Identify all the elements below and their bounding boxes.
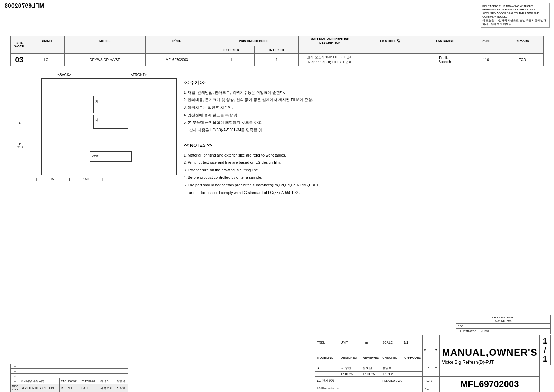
approved-label: APPROVED	[402, 350, 423, 365]
company-kr: LG 전자 (주)	[315, 377, 381, 385]
illustrator-row: ILLUSTRATOR 완료일:	[456, 329, 551, 334]
mirrored-doc-number: MFL69702003	[4, 3, 44, 9]
page-subheader	[471, 46, 501, 54]
designed-label: DESIGNED	[339, 350, 361, 365]
rev-sym-2: △	[11, 369, 19, 374]
notes-en-item-5b: and details should comply with LG standa…	[184, 190, 544, 196]
dim-150-left: 150	[50, 177, 55, 181]
language-header: LANGUAGE	[419, 36, 471, 46]
title-block: DR COMPLETED 도면 DR 완료 PDF ILLUSTRATOR 완료…	[315, 315, 551, 392]
revision-table: △ △ △ △ 판내내용 수정 사항 EAGH00097 2017/02/02	[10, 364, 128, 392]
related-dwg: RELATED DWG.	[381, 377, 423, 385]
dr-completed-label: DR COMPLETED 도면 DR 완료	[456, 315, 551, 324]
notes-en-item-5: 5. The part should not contain prohibite…	[184, 182, 544, 188]
doc-number-display: MFL69702003	[442, 379, 537, 390]
tile-col: TILE	[423, 348, 438, 352]
lg-model-subheader	[361, 46, 419, 54]
interior-header: INTERIER	[254, 46, 299, 54]
main-title: MANUAL,OWNER'S	[442, 347, 537, 358]
brand-subheader	[28, 46, 65, 54]
diagram-box: 가 나 P/NO. □	[41, 78, 177, 175]
releasing-text: RELEASING THIS DRAWING WITHOUT PERMISSIO…	[481, 3, 550, 28]
doc-number-cell: MFL69702003	[440, 377, 540, 392]
rev-footer-date: DATE	[80, 384, 99, 392]
rev-desc-4: 판내내용 수정 사항	[19, 378, 59, 384]
releasing-text-en: RELEASING THIS DRAWING WITHOUT PERMISSIO…	[482, 5, 539, 18]
model-date	[315, 372, 339, 377]
bottom-section: △ △ △ △ 판내내용 수정 사항 EAGH00097 2017/02/02	[0, 315, 554, 392]
rev-desc-2	[19, 369, 128, 374]
model-header: MODEL	[64, 36, 145, 46]
rect-ga: 가	[93, 96, 128, 113]
lg-model-header: LG MODEL 명	[361, 36, 419, 46]
remark-value: ECD	[501, 54, 543, 66]
sec-value: 03	[11, 54, 28, 66]
notes-en-list: 1. Material, printing and exterier size …	[184, 152, 544, 196]
checked-label: CHECKED	[381, 350, 402, 365]
rect-pno: P/NO. □	[90, 151, 132, 162]
designer-date: 17.01.25	[339, 372, 361, 377]
notes-en-item-2: 2. Printing, text size and line are base…	[184, 160, 544, 166]
notes-en-title: << NOTES >>	[184, 141, 544, 149]
rev-approved-4: 정영석	[115, 378, 128, 384]
page-value: 116	[471, 54, 501, 66]
notes-kr-list: 1. 재질, 인쇄방법, 인쇄도수, 외곽치수등은 작업표에 준한다. 2. 인…	[184, 90, 544, 133]
unit-val: mm	[361, 335, 381, 350]
notes-kr-item-5: 5. 본 부품에 금지물질이 포함되지 않도록 하고,	[184, 119, 544, 126]
dwg-label: DWG.	[423, 377, 440, 385]
scale-label: SCALE	[381, 335, 402, 350]
modeling-label: MODELING	[315, 350, 339, 365]
language-subheader	[419, 46, 471, 54]
checker-name: 정영석	[381, 365, 402, 372]
material-desc-value: 표지: 모조지 150g OFFSET 인쇄 내지: 모조지 80g OFFSE…	[299, 54, 361, 66]
notes-kr-item-5b: 상세 내용은 LG(63)-A-5501-34를 만족할 것.	[184, 127, 544, 133]
notes-kr-item-2: 2. 인쇄내용, 문자크기 및 형상, 선의 굵기 등은 설계에서 제시된 FI…	[184, 97, 544, 103]
notes-kr-item-4: 4. 양산전에 설계 한도를 득할 것.	[184, 112, 544, 118]
rev-footer-ref: REF. NO.	[59, 384, 80, 392]
model-value: DF**WS DF**VVSE	[64, 54, 145, 66]
label-ga: 가	[95, 100, 98, 103]
exterior-header: EXTERIER	[208, 46, 254, 54]
approver-date	[402, 372, 423, 377]
sub-title: Victor Big Refresh(D)-PJT	[442, 359, 537, 365]
notes-kr-item-1: 1. 재질, 인쇄방법, 인쇄도수, 외곽치수등은 작업표에 준한다.	[184, 90, 544, 96]
rev-sym-3: △	[11, 374, 19, 378]
rect-na: 나	[93, 115, 128, 129]
page-fraction-cell: 1 / 1	[539, 335, 550, 365]
material-desc-subheader	[299, 46, 361, 54]
main-title-cell: MANUAL,OWNER'S Victor Big Refresh(D)-PJT	[440, 335, 540, 377]
page-header: PAGE	[471, 36, 501, 46]
notes-en-item-3: 3. Exterier size on the drawing is cutti…	[184, 167, 544, 173]
pno-header: P/NO.	[145, 36, 208, 46]
info-table: SEC.WORK BRAND MODEL P/NO. PRINTING DEGR…	[10, 36, 544, 66]
rev-prepared-4: 라 종찬	[99, 378, 115, 384]
remark-header: REMARK	[501, 36, 543, 46]
pno-subheader	[145, 46, 208, 54]
model-sign: ✗	[315, 365, 339, 372]
designer-name: 라 종찬	[339, 365, 361, 372]
model-subheader	[64, 46, 145, 54]
rev-sym-1: △	[11, 364, 19, 369]
front-label: <FRONT>	[131, 73, 147, 77]
pdf-row: PDF	[456, 324, 551, 329]
reviewer-name: 윤혜진	[361, 365, 381, 372]
tile-col-cell2: TILE	[423, 365, 440, 377]
company-en: LG Electronics Inc.	[315, 385, 381, 392]
sec-header: SEC.WORK	[11, 36, 28, 54]
rev-sym-4: △	[11, 378, 19, 384]
revision-table-wrap: △ △ △ △ 판내내용 수정 사항 EAGH00097 2017/02/02	[10, 364, 128, 392]
trig-cell: TRIG.	[315, 335, 339, 350]
approver-name	[402, 365, 423, 372]
no-label: No.	[423, 385, 440, 392]
rev-footer-approved: 시작일	[115, 384, 128, 392]
diagram-labels: <BACK> <FRONT>	[10, 73, 177, 77]
checker-date: 17.01.25	[381, 372, 402, 377]
remark-subheader	[501, 46, 543, 54]
related-dwg-dots: - - - - - - - - - - - -	[381, 385, 423, 392]
reviewed-label: REVIEWED	[361, 350, 381, 365]
label-na: 나	[95, 118, 98, 122]
material-desc-header: MATERIAL AND PRINTING DESCRIPTION	[299, 36, 361, 46]
rev-footer-sym: REV / NO	[11, 384, 19, 392]
info-table-wrap: SEC.WORK BRAND MODEL P/NO. PRINTING DEGR…	[0, 29, 554, 70]
top-header: MFL69702003 RELEASING THIS DRAWING WITHO…	[0, 0, 554, 29]
